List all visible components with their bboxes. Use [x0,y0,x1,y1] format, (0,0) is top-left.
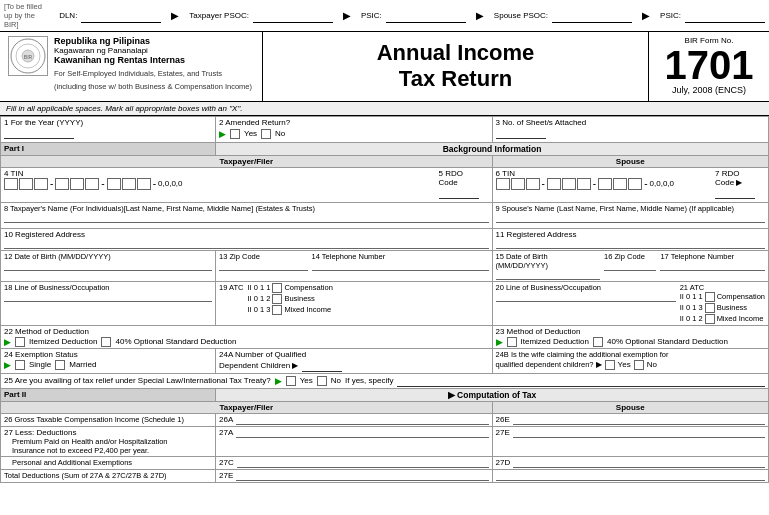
atc-check3[interactable] [272,305,282,315]
spouse-tin-box-1[interactable] [496,178,510,190]
deduction1-label: Premium Paid on Health and/or Hospitaliz… [12,437,212,446]
spouse-tin-box-4[interactable] [547,178,561,190]
spouse-phone-input[interactable] [660,261,765,271]
no-checkbox[interactable] [261,129,271,139]
department-label: Kagawaran ng Pananalapi [54,46,252,55]
wife-yes-checkbox[interactable] [605,360,615,370]
spouse-dob-zip-phone-cell: 15 Date of Birth (MM/DD/YYYY) 16 Zip Cod… [492,250,769,281]
tin-box-3[interactable] [34,178,48,190]
atc-check2[interactable] [272,294,282,304]
spouse-psoc-input[interactable] [552,9,632,23]
field27d-input[interactable] [513,458,765,468]
field27c-input[interactable] [237,458,489,468]
atc-code3: II 0 1 3 [248,305,271,314]
tin-box-2[interactable] [19,178,33,190]
atc-check1[interactable] [272,283,282,293]
tin-box-7[interactable] [107,178,121,190]
spouse-tin-box-7[interactable] [598,178,612,190]
optional-checkbox[interactable] [101,337,111,347]
spouse-zip-input[interactable] [604,261,656,271]
spouse-atc-check1[interactable] [705,292,715,302]
field27e-input[interactable] [236,471,488,481]
rdo-code-input[interactable] [439,187,479,199]
yes-checkbox[interactable] [230,129,240,139]
taxpayer-psoc-input[interactable] [253,9,333,23]
for-text2: (including those w/ both Business & Comp… [54,82,252,91]
field1-label: 1 For the Year (YYYY) [4,118,212,127]
tin-box-4[interactable] [55,178,69,190]
spouse-dob-input[interactable] [496,270,601,280]
taxpayer-zip-phone-cell: 13 Zip Code 14 Telephone Number [216,250,492,281]
arrow-green4: ▶ [4,360,11,370]
spouse-optional-checkbox[interactable] [593,337,603,347]
spouse-zip-area: 16 Zip Code [604,252,656,280]
field3-cell: 3 No. of Sheet/s Attached [492,116,769,142]
field15-label: 15 Date of Birth (MM/DD/YYYY) [496,252,601,270]
taxpayer-name-input[interactable] [4,213,489,223]
spouse-tin-box-3[interactable] [526,178,540,190]
filled-by-bir-label: [To be filled up by the BIR] [4,2,49,29]
total-deductions-row: Total Deductions (Sum of 27A & 27C/27B &… [1,469,769,482]
tin-box-9[interactable] [137,178,151,190]
dependent-count-input[interactable] [302,360,342,372]
field26a-input[interactable] [236,415,488,425]
taxpayer-address-input[interactable] [4,239,489,249]
taxpayer-zip-input[interactable] [219,261,307,271]
field27f-input[interactable] [496,471,766,481]
part2-section-title: ▶ Computation of Tax [216,388,769,401]
field27d-cell: 27D [492,456,769,469]
spouse-atc-check3[interactable] [705,314,715,324]
relief-yes-checkbox[interactable] [286,376,296,386]
field4-area: 4 TIN - - [4,169,431,190]
sheets-input[interactable] [496,127,546,139]
taxpayer-name-cell: 8 Taxpayer's Name (For Individuals)[Last… [1,202,493,228]
spouse-itemized-checkbox[interactable] [507,337,517,347]
itemized-checkbox[interactable] [15,337,25,347]
spouse-tin-box-8[interactable] [613,178,627,190]
relief-no-checkbox[interactable] [317,376,327,386]
optional-label: 40% Optional Standard Deduction [115,337,236,346]
spouse-tin-box-5[interactable] [562,178,576,190]
psic-field: PSIC: [361,9,466,23]
spouse-tin-box-6[interactable] [577,178,591,190]
dln-input[interactable] [81,9,161,23]
field4-label: 4 TIN [4,169,431,178]
year-input[interactable] [4,127,74,139]
tin-box-6[interactable] [85,178,99,190]
spouse-tin-box-9[interactable] [628,178,642,190]
taxpayer-business-cell: 18 Line of Business/Occupation [1,281,216,325]
business-label2: Business [717,303,747,312]
taxpayer-business-input[interactable] [4,292,212,302]
tin-dash2: - [101,178,104,189]
instructions-bar: Fill in all applicable spaces. Mark all … [0,102,769,116]
field20-label: 20 Line of Business/Occupation [496,283,676,292]
psic-input[interactable] [386,9,466,23]
spouse-atc-check2[interactable] [705,303,715,313]
spouse-psic-field: PSIC: [660,9,765,23]
personal-exemptions-area: Personal and Additional Exemptions [4,458,212,467]
spouse-psic-input[interactable] [685,9,765,23]
field26b-input[interactable] [513,415,765,425]
field27a-cell: 27A [216,426,492,456]
taxpayer-dob-input[interactable] [4,261,212,271]
taxpayer-phone-input[interactable] [312,261,489,271]
relief-specify-input[interactable] [397,375,765,387]
single-checkbox[interactable] [15,360,25,370]
field27b-input[interactable] [513,428,765,438]
spouse-name-input[interactable] [496,213,766,223]
atc-codes-left: II 0 1 1 Compensation II 0 1 2 Business … [248,283,333,315]
spouse-business-input[interactable] [496,292,676,302]
field27e-cell: 27E [216,469,492,482]
wife-no-checkbox[interactable] [634,360,644,370]
field27a-input[interactable] [236,428,488,438]
spouse-address-input[interactable] [496,239,766,249]
tin-box-5[interactable] [70,178,84,190]
married-checkbox[interactable] [55,360,65,370]
spouse-tin-box-2[interactable] [511,178,525,190]
top-bar: [To be filled up by the BIR] DLN: ▶ Taxp… [0,0,769,32]
spouse-psoc-label: Spouse PSOC: [494,11,548,20]
tin-box-1[interactable] [4,178,18,190]
tin-box-8[interactable] [122,178,136,190]
spouse-rdo-code-input[interactable] [715,187,755,199]
spouse-header: Spouse [492,155,769,167]
